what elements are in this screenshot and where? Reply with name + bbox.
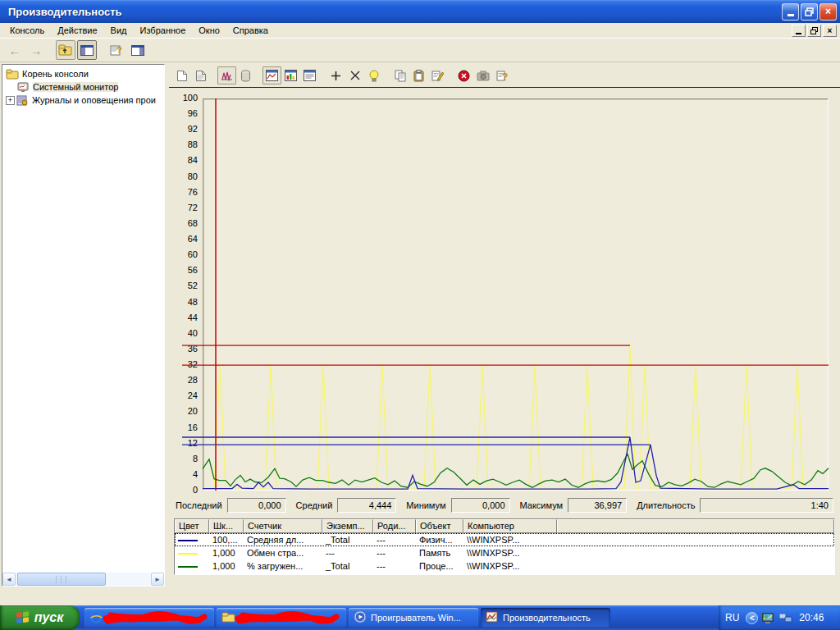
help-topics-icon[interactable]: ?	[107, 40, 126, 60]
child-close-icon: ×	[828, 26, 833, 35]
display-settings-icon[interactable]	[761, 612, 775, 624]
legend-header-row: ЦветШк...СчетчикЭкземп...Роди...ОбъектКо…	[175, 519, 834, 533]
show-console-tree-icon[interactable]	[77, 40, 97, 60]
expand-plus-icon[interactable]: +	[6, 96, 15, 105]
system-monitor-icon	[17, 82, 30, 93]
legend-row-1[interactable]: 1,000Обмен стра...------Память\\WINXPSP.…	[175, 546, 834, 559]
legend-cell: 100,...	[209, 535, 244, 545]
legend-cell: 1,000	[209, 548, 244, 558]
legend-column-header-5[interactable]: Объект	[416, 519, 463, 533]
start-button[interactable]: пуск	[0, 605, 80, 630]
taskbar-button-0[interactable]	[84, 608, 214, 628]
minimize-icon	[788, 14, 794, 16]
child-minimize-button[interactable]	[792, 25, 806, 37]
minimize-button[interactable]	[782, 3, 799, 21]
legend-column-header-2[interactable]: Счетчик	[244, 519, 322, 533]
child-restore-button[interactable]	[807, 25, 821, 37]
clear-display-icon[interactable]	[191, 66, 210, 84]
child-close-button[interactable]: ×	[823, 25, 837, 37]
highlight-icon[interactable]	[364, 66, 383, 84]
stat-label-0: Последний	[176, 500, 227, 510]
close-button[interactable]: ×	[819, 3, 837, 21]
legend-cell: ---	[373, 535, 416, 545]
svg-text:?: ?	[116, 45, 122, 55]
menu-item-3[interactable]: Избранное	[134, 24, 193, 37]
legend-body: 100,...Средняя дл..._Total---Физич...\\W…	[175, 533, 834, 573]
copy-properties-icon[interactable]	[390, 66, 409, 84]
help-icon[interactable]: ?	[492, 66, 511, 84]
system-tray: RU < 20:46	[719, 605, 840, 630]
legend-column-header-1[interactable]: Шк...	[209, 519, 244, 533]
back-arrow-icon[interactable]: ←	[5, 40, 25, 60]
chevron-left-icon[interactable]: <	[746, 612, 758, 624]
system-monitor-pane: ? 10096928884807672686460565248444036322…	[169, 62, 840, 605]
scroll-left-icon[interactable]: ◄	[2, 573, 16, 586]
properties-icon[interactable]	[428, 66, 447, 84]
legend-column-header-6[interactable]: Компьютер	[463, 519, 557, 533]
toolbar-separator	[169, 87, 840, 88]
statistics-bar: Последний0,000Средний4,444Минимум0,000Ма…	[176, 497, 833, 514]
stat-value-1: 4,444	[337, 498, 396, 513]
stat-value-4: 1:40	[700, 498, 833, 513]
menu-item-1[interactable]: Действие	[51, 24, 103, 37]
forward-arrow-icon[interactable]: →	[26, 40, 46, 60]
menu-item-5[interactable]: Справка	[226, 24, 275, 37]
child-restore-icon	[810, 27, 818, 34]
legend-cell: \\WINXPSP...	[463, 535, 557, 545]
legend-row-2[interactable]: 1,000% загружен..._Total---Проце...\\WIN…	[175, 559, 834, 573]
view-report-icon[interactable]	[300, 66, 319, 84]
task-buttons: Проигрыватель Win...Производительность	[84, 608, 613, 628]
legend-cell: % загружен...	[244, 561, 322, 571]
stat-value-2: 0,000	[451, 498, 510, 513]
scroll-right-icon[interactable]: ►	[151, 573, 164, 586]
freeze-display-icon[interactable]	[454, 66, 473, 84]
view-histogram-icon[interactable]	[281, 66, 300, 84]
tree-horizontal-scrollbar[interactable]: ◄ ┆┆┆ ►	[2, 573, 164, 586]
scrollbar-thumb[interactable]: ┆┆┆	[17, 573, 106, 586]
network-icon[interactable]	[778, 612, 792, 624]
tree-item-logs-alerts[interactable]: + Журналы и оповещения прои	[2, 94, 164, 107]
legend-column-header-0[interactable]: Цвет	[175, 519, 209, 533]
ie-icon	[89, 610, 103, 625]
view-graph-icon[interactable]	[262, 66, 281, 84]
folder-icon	[6, 69, 19, 80]
update-data-icon[interactable]	[473, 66, 492, 84]
new-counter-set-icon[interactable]	[172, 66, 191, 84]
taskbar-button-1[interactable]	[217, 608, 346, 628]
restore-button[interactable]	[801, 3, 818, 21]
chart-series-layer	[182, 98, 830, 491]
counter-color-swatch	[175, 548, 209, 558]
legend-cell: 1,000	[209, 561, 244, 571]
taskbar-button-3[interactable]: Производительность	[481, 608, 610, 628]
stat-label-2: Минимум	[406, 500, 450, 510]
legend-row-0[interactable]: 100,...Средняя дл..._Total---Физич...\\W…	[175, 533, 834, 546]
legend-cell: Физич...	[416, 535, 463, 545]
show-action-pane-icon[interactable]	[128, 40, 148, 60]
menu-item-0[interactable]: Консоль	[3, 24, 51, 37]
delete-icon[interactable]	[345, 66, 364, 84]
menu-item-4[interactable]: Окно	[192, 24, 226, 37]
svg-text:?: ?	[502, 71, 508, 82]
menu-items: КонсольДействиеВидИзбранноеОкноСправка	[3, 24, 275, 37]
taskbar-button-label: Производительность	[503, 613, 591, 623]
legend-cell: ---	[373, 561, 416, 571]
stat-value-0: 0,000	[227, 498, 286, 513]
view-log-data-icon[interactable]	[236, 66, 255, 84]
child-window-controls: ×	[790, 25, 837, 37]
taskbar-button-2[interactable]: Проигрыватель Win...	[349, 608, 478, 628]
color-line-icon	[178, 553, 198, 555]
language-indicator[interactable]: RU	[725, 612, 739, 623]
menu-item-2[interactable]: Вид	[104, 24, 134, 37]
tree-item-console-root[interactable]: Корень консоли	[2, 67, 164, 80]
view-current-activity-icon[interactable]	[217, 66, 236, 84]
series-0	[203, 345, 829, 489]
folder-icon	[221, 611, 235, 624]
stat-value-3: 36,997	[568, 498, 627, 513]
up-folder-icon[interactable]	[56, 40, 75, 60]
windows-flag-icon	[16, 611, 30, 624]
add-counters-icon[interactable]	[326, 66, 345, 84]
tree-item-system-monitor[interactable]: Системный монитор	[2, 80, 164, 94]
legend-column-header-4[interactable]: Роди...	[373, 519, 416, 533]
legend-column-header-3[interactable]: Экземп...	[322, 519, 373, 533]
paste-counter-list-icon[interactable]	[409, 66, 428, 84]
